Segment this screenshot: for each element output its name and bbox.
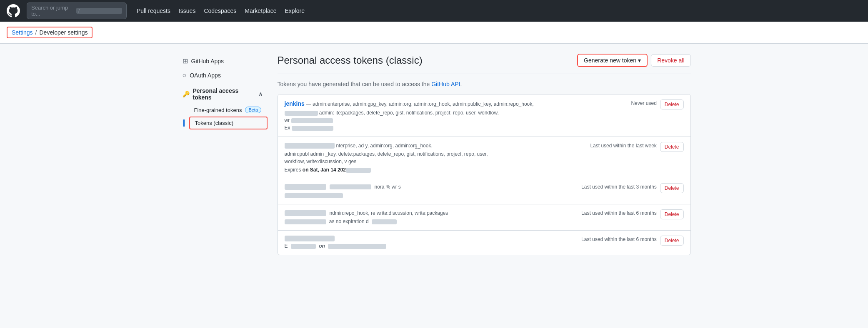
- token-scopes-jenkins-4: Ex: [285, 124, 625, 132]
- token-scopes-jenkins: admin: ite:packages, delete_repo, gist, …: [285, 109, 625, 132]
- token-status-3: Last used within the last 3 months: [581, 184, 657, 190]
- settings-link[interactable]: Settings: [12, 29, 33, 36]
- delete-button-5[interactable]: Delete: [660, 236, 684, 246]
- generate-token-button[interactable]: Generate new token ▾: [577, 54, 648, 67]
- token-actions-5: Last used within the last 6 months Delet…: [581, 236, 683, 246]
- slash-badge: /: [76, 8, 122, 14]
- token-name-line-3: nora % wr s: [285, 183, 575, 191]
- token-status-4: Last used within the last 6 months: [581, 210, 657, 216]
- sidebar: ⊞ GitHub Apps ○ OAuth Apps 🔑 Personal ac…: [178, 54, 278, 255]
- delete-button-3[interactable]: Delete: [660, 183, 684, 193]
- description-prefix: Tokens you have generated that can be us…: [278, 81, 432, 87]
- codespaces-link[interactable]: Codespaces: [204, 7, 236, 14]
- sidebar-item-fine-grained[interactable]: Fine-grained tokens Beta: [189, 104, 268, 116]
- sidebar-section-personal-tokens: 🔑 Personal access tokens ∧ Fine-grained …: [178, 84, 268, 129]
- token-row-4: ndmin:repo_hook, re write:discussion, wr…: [285, 209, 684, 225]
- explore-link[interactable]: Explore: [285, 7, 305, 14]
- delete-button-4[interactable]: Delete: [660, 209, 684, 219]
- page-title: Personal access tokens (classic): [278, 55, 423, 66]
- token-scopes-4: as no expiration d: [285, 218, 575, 225]
- breadcrumb-bar: Settings / Developer settings: [0, 22, 868, 44]
- revoke-all-label: Revoke all: [657, 57, 684, 64]
- sidebar-item-oauth-apps[interactable]: ○ OAuth Apps: [178, 68, 268, 82]
- token-scopes-jenkins-3: wr: [285, 117, 625, 124]
- search-input[interactable]: Search or jump to... /: [27, 2, 127, 19]
- marketplace-link[interactable]: Marketplace: [245, 7, 276, 14]
- top-navigation: Search or jump to... / Pull requests Iss…: [0, 0, 868, 22]
- token-name-line-5: [285, 236, 575, 241]
- tokens-classic-label: Tokens (classic): [195, 120, 233, 126]
- breadcrumb-separator: /: [35, 29, 37, 36]
- token-scope-line2: admin:publ admin _key, delete:packages, …: [285, 150, 584, 158]
- table-row: nterprise, ad y, admin:org, admin:org_ho…: [278, 137, 690, 178]
- table-row: ndmin:repo_hook, re write:discussion, wr…: [278, 204, 690, 231]
- blurred-token-name-2: [285, 143, 335, 149]
- sidebar-item-github-apps[interactable]: ⊞ GitHub Apps: [178, 54, 268, 68]
- description-suffix: .: [460, 81, 462, 87]
- main-content: Personal access tokens (classic) Generat…: [278, 54, 691, 255]
- fine-grained-label: Fine-grained tokens: [194, 107, 242, 113]
- token-list: jenkins — admin:enterprise, admin:gpg_ke…: [278, 94, 691, 255]
- github-api-link[interactable]: GitHub API: [431, 81, 460, 87]
- scopes-text-2c: workflow, write:discussion, v ges: [285, 159, 357, 164]
- token-scopes-line1-3: nora % wr s: [375, 183, 401, 191]
- person-icon: ○: [183, 72, 187, 79]
- description-text: Tokens you have generated that can be us…: [278, 81, 691, 87]
- token-expiry-2: Expires on Sat, Jan 14 202: [285, 167, 584, 173]
- scopes-text-1c: wr: [285, 117, 290, 123]
- issues-link[interactable]: Issues: [179, 7, 195, 14]
- token-name-line-2: nterprise, ad y, admin:org, admin:org_ho…: [285, 142, 584, 149]
- on-text-5: on: [319, 243, 325, 249]
- token-status-jenkins: Never used: [631, 100, 656, 106]
- scopes-text-2b: admin:publ admin _key, delete:packages, …: [285, 151, 488, 157]
- token-actions-3: Last used within the last 3 months Delet…: [581, 183, 683, 193]
- token-info-4: ndmin:repo_hook, re write:discussion, wr…: [285, 209, 575, 225]
- blurred-token-1c: [291, 118, 333, 123]
- pull-requests-link[interactable]: Pull requests: [137, 7, 170, 14]
- token-actions-4: Last used within the last 6 months Delet…: [581, 209, 683, 219]
- expiry-prefix-5: E: [285, 243, 288, 249]
- token-name-line-4: ndmin:repo_hook, re write:discussion, wr…: [285, 209, 575, 217]
- sidebar-item-tokens-classic[interactable]: Tokens (classic): [190, 117, 267, 129]
- token-row-5: E on Last used within the last 6 months …: [285, 236, 684, 250]
- github-logo-icon[interactable]: [7, 4, 20, 17]
- dropdown-arrow-icon: ▾: [638, 57, 641, 64]
- blurred-token-1a: [285, 111, 318, 116]
- table-row: nora % wr s Last used within the last 3 …: [278, 178, 690, 204]
- delete-button-jenkins[interactable]: Delete: [660, 99, 684, 109]
- token-scopes-line1-4: ndmin:repo_hook, re write:discussion, wr…: [330, 209, 448, 217]
- beta-badge: Beta: [245, 107, 261, 113]
- blurred-scope-5a: [291, 244, 316, 249]
- breadcrumb-current: Developer settings: [39, 29, 88, 36]
- token-actions-2: Last used within the last week Delete: [590, 142, 683, 152]
- token-name-line: jenkins — admin:enterprise, admin:gpg_ke…: [285, 99, 625, 108]
- nav-links: Pull requests Issues Codespaces Marketpl…: [137, 7, 305, 14]
- search-placeholder: Search or jump to...: [31, 5, 73, 17]
- sidebar-personal-tokens-header[interactable]: 🔑 Personal access tokens ∧: [178, 84, 268, 104]
- token-row-jenkins: jenkins — admin:enterprise, admin:gpg_ke…: [285, 99, 684, 132]
- breadcrumb: Settings / Developer settings: [7, 27, 93, 38]
- blurred-scope-3: [285, 193, 343, 198]
- sidebar-tokens-sub-items: Fine-grained tokens Beta Tokens (classic…: [189, 104, 268, 129]
- token-info-3: nora % wr s: [285, 183, 575, 199]
- scopes-text-1b: admin: ite:packages, delete_repo, gist, …: [319, 110, 499, 116]
- blurred-token-name-4: [285, 210, 326, 216]
- revoke-all-button[interactable]: Revoke all: [651, 54, 690, 67]
- table-row: jenkins — admin:enterprise, admin:gpg_ke…: [278, 94, 690, 137]
- blurred-scope-4a: [285, 219, 326, 224]
- token-row-3: nora % wr s Last used within the last 3 …: [285, 183, 684, 199]
- token-status-2: Last used within the last week: [590, 143, 656, 149]
- blurred-expiry: [346, 168, 371, 173]
- delete-button-2[interactable]: Delete: [660, 142, 684, 152]
- token-info-2: nterprise, ad y, admin:org, admin:org_ho…: [285, 142, 584, 173]
- token-scopes-5: E on: [285, 242, 575, 250]
- grid-icon: ⊞: [183, 57, 188, 65]
- token-name-jenkins[interactable]: jenkins: [285, 99, 305, 108]
- blurred-scope-4c: [372, 219, 397, 224]
- main-header: Personal access tokens (classic) Generat…: [278, 54, 691, 74]
- token-scope-line3: workflow, write:discussion, v ges: [285, 158, 584, 165]
- blurred-scope-5b: [328, 244, 386, 249]
- scopes-text-4b: as no expiration d: [329, 219, 369, 224]
- header-actions: Generate new token ▾ Revoke all: [577, 54, 690, 67]
- token-status-5: Last used within the last 6 months: [581, 236, 657, 242]
